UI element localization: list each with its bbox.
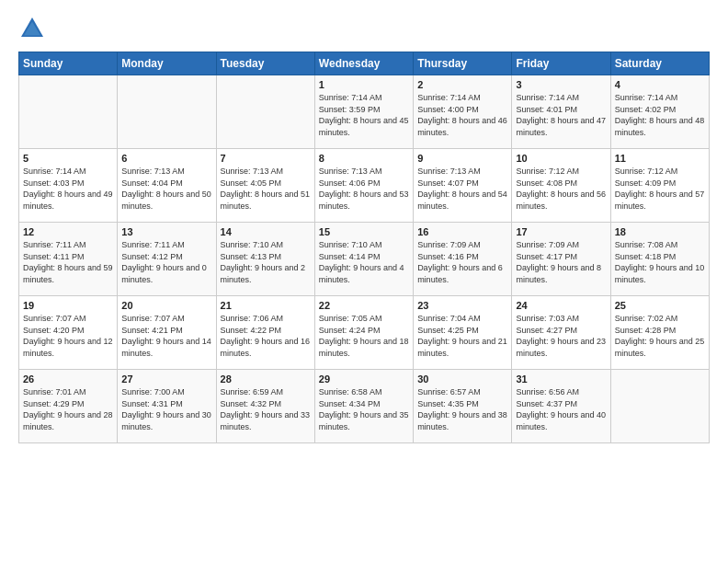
calendar-cell: 17Sunrise: 7:09 AM Sunset: 4:17 PM Dayli… — [512, 223, 610, 296]
day-info: Sunrise: 7:05 AM Sunset: 4:24 PM Dayligh… — [319, 313, 409, 359]
calendar-cell: 26Sunrise: 7:01 AM Sunset: 4:29 PM Dayli… — [19, 370, 118, 443]
day-info: Sunrise: 7:13 AM Sunset: 4:05 PM Dayligh… — [221, 166, 311, 212]
calendar-cell: 14Sunrise: 7:10 AM Sunset: 4:13 PM Dayli… — [216, 223, 314, 296]
calendar-cell — [216, 75, 314, 149]
calendar-cell: 18Sunrise: 7:08 AM Sunset: 4:18 PM Dayli… — [610, 223, 709, 296]
calendar-week-row: 19Sunrise: 7:07 AM Sunset: 4:20 PM Dayli… — [19, 296, 710, 370]
calendar-table: SundayMondayTuesdayWednesdayThursdayFrid… — [18, 52, 710, 443]
day-info: Sunrise: 7:14 AM Sunset: 4:00 PM Dayligh… — [417, 92, 507, 138]
calendar-cell: 23Sunrise: 7:04 AM Sunset: 4:25 PM Dayli… — [414, 296, 512, 370]
calendar-cell: 21Sunrise: 7:06 AM Sunset: 4:22 PM Dayli… — [216, 296, 314, 370]
weekday-row: SundayMondayTuesdayWednesdayThursdayFrid… — [19, 52, 710, 75]
day-number: 17 — [516, 226, 606, 237]
day-info: Sunrise: 7:11 AM Sunset: 4:11 PM Dayligh… — [23, 239, 113, 285]
calendar-week-row: 12Sunrise: 7:11 AM Sunset: 4:11 PM Dayli… — [19, 223, 710, 296]
calendar-cell: 15Sunrise: 7:10 AM Sunset: 4:14 PM Dayli… — [314, 223, 413, 296]
day-info: Sunrise: 7:13 AM Sunset: 4:07 PM Dayligh… — [417, 166, 507, 212]
day-number: 14 — [221, 226, 311, 237]
calendar-cell — [610, 370, 709, 443]
day-info: Sunrise: 7:00 AM Sunset: 4:31 PM Dayligh… — [121, 386, 211, 432]
day-info: Sunrise: 7:06 AM Sunset: 4:22 PM Dayligh… — [221, 313, 311, 359]
calendar-week-row: 26Sunrise: 7:01 AM Sunset: 4:29 PM Dayli… — [19, 370, 710, 443]
day-info: Sunrise: 6:57 AM Sunset: 4:35 PM Dayligh… — [417, 386, 507, 432]
day-info: Sunrise: 7:11 AM Sunset: 4:12 PM Dayligh… — [121, 239, 211, 285]
page: SundayMondayTuesdayWednesdayThursdayFrid… — [0, 0, 728, 563]
calendar-cell: 25Sunrise: 7:02 AM Sunset: 4:28 PM Dayli… — [610, 296, 709, 370]
day-info: Sunrise: 7:07 AM Sunset: 4:21 PM Dayligh… — [121, 313, 211, 359]
calendar-cell — [118, 75, 216, 149]
day-number: 16 — [417, 226, 507, 237]
day-number: 23 — [417, 300, 507, 311]
day-number: 19 — [23, 300, 113, 311]
day-number: 7 — [221, 153, 311, 164]
calendar-cell: 28Sunrise: 6:59 AM Sunset: 4:32 PM Dayli… — [216, 370, 314, 443]
day-info: Sunrise: 7:12 AM Sunset: 4:08 PM Dayligh… — [516, 166, 606, 212]
day-number: 4 — [615, 79, 705, 90]
day-number: 22 — [319, 300, 409, 311]
weekday-header: Thursday — [414, 52, 512, 75]
logo — [18, 15, 50, 42]
day-info: Sunrise: 7:03 AM Sunset: 4:27 PM Dayligh… — [516, 313, 606, 359]
day-info: Sunrise: 6:56 AM Sunset: 4:37 PM Dayligh… — [516, 386, 606, 432]
weekday-header: Wednesday — [314, 52, 413, 75]
day-number: 31 — [516, 373, 606, 385]
calendar-header: SundayMondayTuesdayWednesdayThursdayFrid… — [19, 52, 710, 75]
day-number: 3 — [516, 79, 606, 90]
day-number: 29 — [319, 373, 409, 385]
day-info: Sunrise: 7:14 AM Sunset: 4:02 PM Dayligh… — [615, 92, 705, 138]
day-info: Sunrise: 7:14 AM Sunset: 3:59 PM Dayligh… — [319, 92, 409, 138]
day-number: 13 — [121, 226, 211, 237]
day-number: 15 — [319, 226, 409, 237]
calendar-cell: 7Sunrise: 7:13 AM Sunset: 4:05 PM Daylig… — [216, 149, 314, 223]
calendar-cell: 3Sunrise: 7:14 AM Sunset: 4:01 PM Daylig… — [512, 75, 610, 149]
day-number: 21 — [221, 300, 311, 311]
weekday-header: Monday — [118, 52, 216, 75]
weekday-header: Friday — [512, 52, 610, 75]
day-number: 6 — [121, 153, 211, 164]
day-info: Sunrise: 7:02 AM Sunset: 4:28 PM Dayligh… — [615, 313, 705, 359]
day-number: 2 — [417, 79, 507, 90]
calendar-cell: 6Sunrise: 7:13 AM Sunset: 4:04 PM Daylig… — [118, 149, 216, 223]
header — [18, 15, 710, 42]
day-info: Sunrise: 7:09 AM Sunset: 4:17 PM Dayligh… — [516, 239, 606, 285]
calendar-cell: 13Sunrise: 7:11 AM Sunset: 4:12 PM Dayli… — [118, 223, 216, 296]
calendar-cell: 11Sunrise: 7:12 AM Sunset: 4:09 PM Dayli… — [610, 149, 709, 223]
day-info: Sunrise: 7:01 AM Sunset: 4:29 PM Dayligh… — [23, 386, 113, 432]
day-number: 20 — [121, 300, 211, 311]
logo-icon — [18, 15, 46, 42]
day-number: 18 — [615, 226, 705, 237]
day-number: 24 — [516, 300, 606, 311]
calendar-week-row: 1Sunrise: 7:14 AM Sunset: 3:59 PM Daylig… — [19, 75, 710, 149]
calendar-cell: 12Sunrise: 7:11 AM Sunset: 4:11 PM Dayli… — [19, 223, 118, 296]
day-info: Sunrise: 7:14 AM Sunset: 4:03 PM Dayligh… — [23, 166, 113, 212]
calendar-cell: 24Sunrise: 7:03 AM Sunset: 4:27 PM Dayli… — [512, 296, 610, 370]
day-number: 8 — [319, 153, 409, 164]
day-number: 1 — [319, 79, 409, 90]
day-info: Sunrise: 7:07 AM Sunset: 4:20 PM Dayligh… — [23, 313, 113, 359]
weekday-header: Saturday — [610, 52, 709, 75]
day-info: Sunrise: 7:08 AM Sunset: 4:18 PM Dayligh… — [615, 239, 705, 285]
calendar-cell: 20Sunrise: 7:07 AM Sunset: 4:21 PM Dayli… — [118, 296, 216, 370]
day-info: Sunrise: 7:13 AM Sunset: 4:04 PM Dayligh… — [121, 166, 211, 212]
calendar-cell — [19, 75, 118, 149]
day-number: 25 — [615, 300, 705, 311]
day-info: Sunrise: 7:10 AM Sunset: 4:14 PM Dayligh… — [319, 239, 409, 285]
calendar-cell: 27Sunrise: 7:00 AM Sunset: 4:31 PM Dayli… — [118, 370, 216, 443]
day-info: Sunrise: 6:59 AM Sunset: 4:32 PM Dayligh… — [221, 386, 311, 432]
weekday-header: Sunday — [19, 52, 118, 75]
day-number: 12 — [23, 226, 113, 237]
day-number: 9 — [417, 153, 507, 164]
calendar-cell: 30Sunrise: 6:57 AM Sunset: 4:35 PM Dayli… — [414, 370, 512, 443]
calendar-cell: 10Sunrise: 7:12 AM Sunset: 4:08 PM Dayli… — [512, 149, 610, 223]
calendar-cell: 8Sunrise: 7:13 AM Sunset: 4:06 PM Daylig… — [314, 149, 413, 223]
day-number: 5 — [23, 153, 113, 164]
day-number: 26 — [23, 373, 113, 385]
calendar-cell: 9Sunrise: 7:13 AM Sunset: 4:07 PM Daylig… — [414, 149, 512, 223]
day-info: Sunrise: 7:09 AM Sunset: 4:16 PM Dayligh… — [417, 239, 507, 285]
day-info: Sunrise: 6:58 AM Sunset: 4:34 PM Dayligh… — [319, 386, 409, 432]
calendar-cell: 5Sunrise: 7:14 AM Sunset: 4:03 PM Daylig… — [19, 149, 118, 223]
day-info: Sunrise: 7:13 AM Sunset: 4:06 PM Dayligh… — [319, 166, 409, 212]
calendar-body: 1Sunrise: 7:14 AM Sunset: 3:59 PM Daylig… — [19, 75, 710, 443]
day-info: Sunrise: 7:14 AM Sunset: 4:01 PM Dayligh… — [516, 92, 606, 138]
day-info: Sunrise: 7:10 AM Sunset: 4:13 PM Dayligh… — [221, 239, 311, 285]
